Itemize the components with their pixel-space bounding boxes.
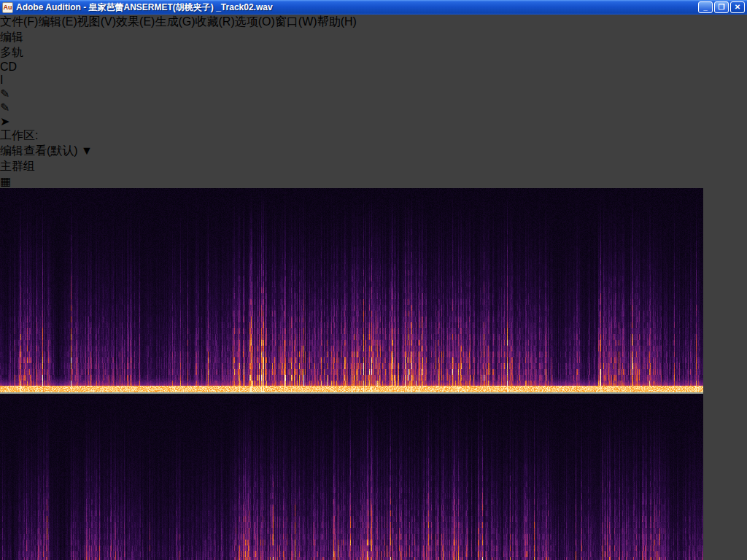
ibeam-icon: I <box>0 74 3 86</box>
spectral-view-area: Hz Hz 8000070000600005000040000300002000… <box>0 188 747 560</box>
menu-item[interactable]: 视图(V) <box>77 15 116 28</box>
main-group-tab-label: 主群组 <box>0 160 35 172</box>
close-button[interactable]: ✕ <box>730 1 745 13</box>
workspace-select[interactable]: 编辑查看(默认) ▼ <box>0 144 747 159</box>
menu-item[interactable]: 文件(F) <box>0 15 38 28</box>
workspace-area: 工作区: 编辑查看(默认) ▼ <box>0 128 747 159</box>
window-titlebar: Au Adobe Audition - 皇家芭蕾ANSERMET(胡桃夹子) _… <box>0 0 747 15</box>
menu-item[interactable]: 效果(E) <box>116 15 155 28</box>
spectrogram-wrap: Hz Hz 8000070000600005000040000300002000… <box>0 188 747 560</box>
pencil-icon: ✎ <box>0 101 9 114</box>
panel-options-icon[interactable]: ▦ <box>0 174 747 188</box>
edit-view-button[interactable]: 编辑 <box>0 30 747 45</box>
edit-view-label: 编辑 <box>0 31 23 43</box>
menu-item[interactable]: 选项(O) <box>235 15 275 28</box>
menu-item[interactable]: 编辑(E) <box>38 15 77 28</box>
application-window: Au Adobe Audition - 皇家芭蕾ANSERMET(胡桃夹子) _… <box>0 0 747 560</box>
menu-item[interactable]: 窗口(W) <box>275 15 317 28</box>
window-title: Adobe Audition - 皇家芭蕾ANSERMET(胡桃夹子) _Tra… <box>16 1 697 14</box>
menu-bar: 文件(F)编辑(E)视图(V)效果(E)生成(G)收藏(R)选项(O)窗口(W)… <box>0 15 747 30</box>
workspace-value: 编辑查看(默认) <box>0 144 78 157</box>
maximize-button[interactable]: ❐ <box>714 1 729 13</box>
cd-view-label: CD <box>0 61 17 73</box>
scrub-icon: ➤ <box>0 115 9 128</box>
spectrogram-canvas[interactable] <box>0 188 703 560</box>
main-group-tab[interactable]: 主群组 <box>0 159 747 174</box>
pencil-tool-button[interactable]: ✎ <box>0 101 747 114</box>
audition-app-icon: Au <box>2 2 13 13</box>
multitrack-view-button[interactable]: 多轨 <box>0 45 747 61</box>
brush-tool-button[interactable]: ✎ <box>0 87 747 101</box>
brush-icon: ✎ <box>0 88 9 100</box>
main-toolbar: 编辑 多轨 CD I ✎ ✎ ➤ 工作区: 编辑查看(默认) ▼ <box>0 30 747 159</box>
cd-view-button[interactable]: CD <box>0 61 747 74</box>
panel-tab-row: 主群组 ▦ <box>0 159 747 188</box>
chevron-down-icon[interactable]: ▼ <box>81 144 93 157</box>
workspace-label: 工作区: <box>0 129 38 141</box>
scrub-tool-button[interactable]: ➤ <box>0 114 747 128</box>
menu-item[interactable]: 帮助(H) <box>317 15 357 28</box>
multitrack-view-label: 多轨 <box>0 46 23 58</box>
minimize-button[interactable]: _ <box>698 1 713 13</box>
time-selection-tool-button[interactable]: I <box>0 74 747 87</box>
menu-item[interactable]: 生成(G) <box>155 15 195 28</box>
menu-item[interactable]: 收藏(R) <box>196 15 235 28</box>
